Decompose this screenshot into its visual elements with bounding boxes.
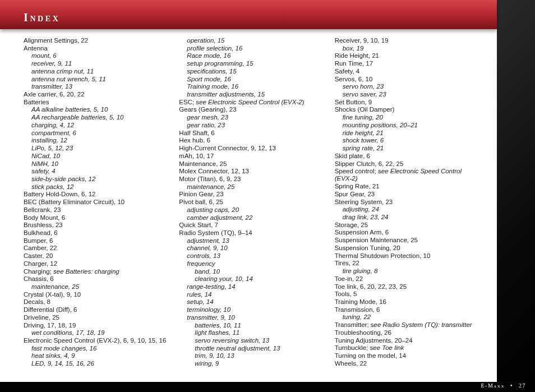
index-entry: Quick Start, 7 [179, 222, 323, 229]
index-entry: transmitter, 13 [24, 83, 168, 90]
index-entry: High-Current Connector, 9, 12, 13 [179, 145, 323, 152]
side-gradient [497, 0, 535, 392]
index-entry: Wheels, 22 [335, 360, 479, 367]
index-entry: Run Time, 17 [335, 60, 479, 67]
index-entry: Tools, 5 [335, 290, 479, 298]
index-entry: Crystal (X-tal), 9, 10 [24, 291, 168, 298]
index-entry: Half Shaft, 6 [179, 130, 323, 137]
index-entry: Differential (Diff), 6 [24, 306, 168, 313]
index-entry: NiMH, 10 [24, 160, 168, 168]
index-entry: compartment, 6 [24, 130, 168, 137]
index-entry: Servos, 6, 10 [335, 76, 479, 83]
index-entry: setup programming, 15 [179, 60, 323, 67]
index-entry: receiver, 9, 11 [24, 60, 168, 67]
index-entry: Battery Hold-Down, 6, 12 [24, 191, 168, 198]
index-entry: Tires, 22 [335, 260, 479, 267]
index-entry: Storage, 25 [335, 222, 479, 229]
index-entry: AA alkaline batteries, 5, 10 [24, 106, 168, 113]
index-entry: Charger, 12 [24, 260, 168, 268]
index-entry: installing, 12 [24, 137, 168, 144]
index-entry: Pinion Gear, 23 [179, 191, 323, 198]
index-entry: Steering System, 23 [335, 199, 479, 206]
index-entry: Toe link, 6, 20, 22, 23, 25 [335, 283, 479, 290]
index-entry: Receiver, 9, 10, 19 [335, 37, 479, 44]
index-entry: Turnbuckle; see Toe link [335, 344, 479, 352]
index-entry: Maintenance, 25 [179, 160, 323, 168]
index-entry: antenna crimp nut, 11 [24, 68, 168, 75]
page-title: Index [0, 0, 497, 24]
index-entry: clearing your, 10, 14 [179, 275, 323, 283]
index-entry: specifications, 15 [179, 68, 323, 75]
index-entry: rules, 14 [179, 291, 323, 298]
index-entry: Spur Gear, 23 [335, 191, 479, 198]
index-entry: operation, 15 [179, 37, 323, 44]
index-entry: maintenance, 25 [179, 183, 323, 191]
index-entry: Tuning Adjustments, 20–24 [335, 337, 479, 344]
index-entry: Training mode, 16 [179, 83, 323, 90]
index-entry: Alignment Settings, 22 [24, 37, 168, 44]
index-entry: Bulkhead, 6 [24, 229, 168, 237]
index-entry: camber adjustment, 22 [179, 214, 323, 222]
index-entry: Ride Height, 21 [335, 52, 479, 59]
index-entry: transmitter, 9, 10 [179, 314, 323, 321]
index-entry: setup, 14 [179, 298, 323, 306]
index-entry: range-testing, 14 [179, 283, 323, 290]
index-entry: Hex hub, 6 [179, 137, 323, 144]
index-entry: light flashes, 11 [179, 329, 323, 336]
footer-sep: • [510, 382, 513, 389]
index-entry: Speed control; see Electronic Speed Cont… [335, 168, 479, 182]
index-entry: fast mode changes, 16 [24, 345, 168, 352]
index-entry: Gears (Gearing), 23 [179, 106, 323, 113]
index-entry: LED, 9, 14, 15, 16, 26 [24, 360, 168, 367]
index-entry: Turning on the model, 14 [335, 352, 479, 359]
page-footer: E-Maxx • 27 [481, 382, 526, 389]
index-entry: Pivot ball, 6, 25 [179, 199, 323, 206]
index-entry: Caster, 20 [24, 252, 168, 260]
index-entry: antenna nut wrench, 5, 11 [24, 76, 168, 83]
index-entry: Shocks (Oil Damper) [335, 106, 479, 113]
index-entry: charging, 4, 12 [24, 122, 168, 129]
footer-page: 27 [519, 382, 526, 389]
index-entry: wiring, 9 [179, 360, 323, 367]
page-surface: Alignment Settings, 22Antennamount, 6rec… [0, 0, 497, 382]
index-entry: Decals, 8 [24, 298, 168, 306]
index-entry: heat sinks, 4, 9 [24, 352, 168, 359]
index-entry: shock tower, 6 [335, 137, 479, 144]
index-entry: Bellcrank, 23 [24, 206, 168, 214]
index-entry: gear ratio, 23 [179, 122, 323, 129]
index-entry: Axle carrier, 6, 20, 22 [24, 91, 168, 98]
index-entry: mounting positions, 20–21 [335, 122, 479, 129]
index-entry: Skid plate, 6 [335, 153, 479, 160]
index-entry: servo reversing switch, 13 [179, 337, 323, 344]
footer-product: E-Maxx [481, 382, 505, 389]
index-entry: Training Mode, 16 [335, 298, 479, 306]
index-entry: Suspension Maintenance, 25 [335, 237, 479, 244]
index-entry: Troubleshooting, 26 [335, 329, 479, 336]
index-entry: Bumper, 6 [24, 237, 168, 245]
index-entry: Electronic Speed Control (EVX-2), 6, 9, … [24, 337, 168, 344]
index-entry: safety, 4 [24, 168, 168, 175]
index-entry: servo horn, 23 [335, 83, 479, 90]
index-entry: Radio System (TQ), 9–14 [179, 229, 323, 237]
index-entry: NiCad, 10 [24, 153, 168, 160]
index-entry: Set Button, 9 [335, 99, 479, 106]
index-entry: fine tuning, 20 [335, 114, 479, 121]
index-entry: maintenance, 25 [24, 283, 168, 290]
header-bar: Index [0, 0, 497, 29]
index-entry: Race mode, 16 [179, 52, 323, 59]
index-entry: Batteries [24, 99, 168, 106]
index-entry: controls, 13 [179, 252, 323, 260]
index-entry: spring rate, 21 [335, 145, 479, 152]
index-entry: LiPo, 5, 12, 23 [24, 145, 168, 152]
index-entry: frequency [179, 260, 323, 268]
index-entry: Camber, 22 [24, 245, 168, 252]
index-entry: Suspension Tuning, 20 [335, 245, 479, 252]
index-entry: Safety, 4 [335, 68, 479, 75]
index-entry: Driving, 17, 18, 19 [24, 322, 168, 329]
index-entry: Driveline, 25 [24, 314, 168, 321]
index-entry: Transmitter; see Radio System (TQ): tran… [335, 321, 479, 329]
index-entry: Brushless, 23 [24, 222, 168, 229]
index-entry: mount, 6 [24, 52, 168, 59]
index-entry: stick packs, 12 [24, 183, 168, 191]
index-entry: side-by-side packs, 12 [24, 176, 168, 183]
